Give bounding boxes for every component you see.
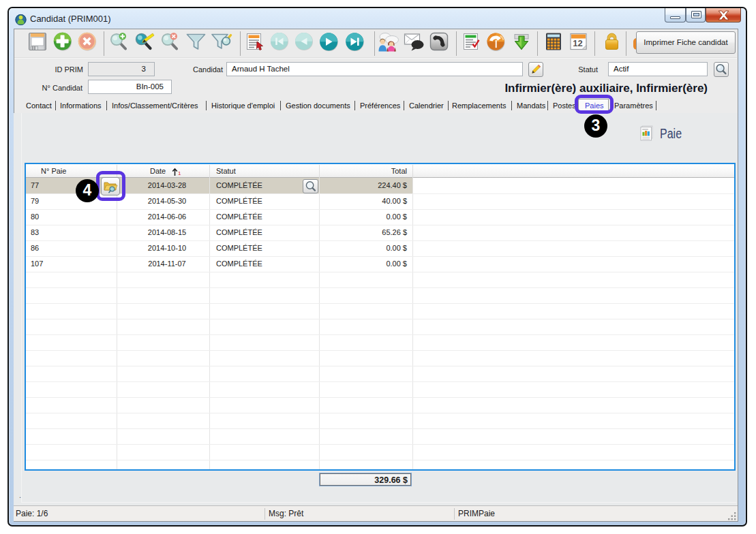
svg-text:12: 12 xyxy=(573,38,582,48)
svg-text:1: 1 xyxy=(178,170,181,176)
